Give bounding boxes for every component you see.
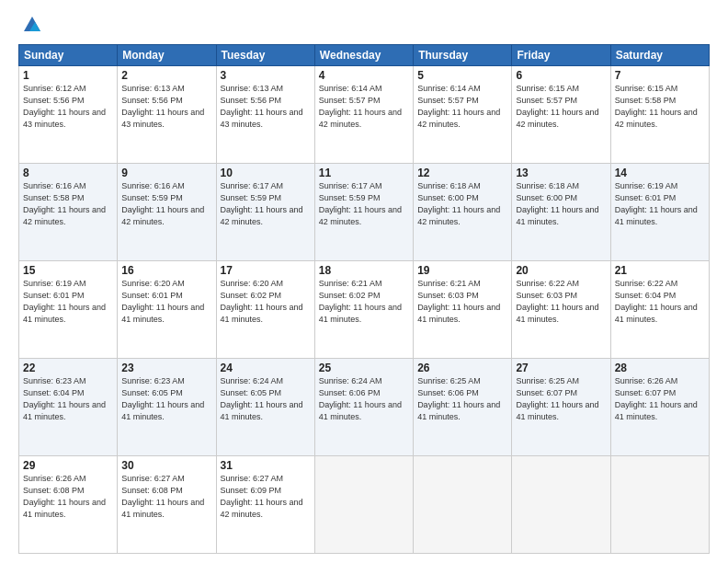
day-info: Sunrise: 6:21 AMSunset: 6:02 PMDaylight:…: [319, 278, 409, 326]
day-number: 3: [221, 69, 311, 82]
day-info: Sunrise: 6:14 AMSunset: 5:57 PMDaylight:…: [417, 83, 507, 131]
calendar-cell: 5Sunrise: 6:14 AMSunset: 5:57 PMDaylight…: [414, 66, 512, 164]
calendar-cell: 11Sunrise: 6:17 AMSunset: 5:59 PMDayligh…: [314, 164, 413, 261]
logo-icon: [22, 15, 42, 35]
day-info: Sunrise: 6:15 AMSunset: 5:57 PMDaylight:…: [516, 83, 606, 131]
calendar-cell: 18Sunrise: 6:21 AMSunset: 6:02 PMDayligh…: [314, 261, 413, 359]
calendar-cell: 27Sunrise: 6:25 AMSunset: 6:07 PMDayligh…: [512, 359, 610, 456]
day-number: 4: [319, 69, 409, 82]
day-info: Sunrise: 6:18 AMSunset: 6:00 PMDaylight:…: [417, 180, 507, 228]
day-number: 26: [417, 362, 507, 374]
day-info: Sunrise: 6:24 AMSunset: 6:06 PMDaylight:…: [319, 375, 409, 423]
calendar-cell: 7Sunrise: 6:15 AMSunset: 5:58 PMDaylight…: [610, 66, 709, 164]
calendar-cell: 30Sunrise: 6:27 AMSunset: 6:08 PMDayligh…: [118, 456, 216, 554]
day-number: 11: [319, 167, 409, 179]
day-number: 24: [221, 362, 311, 374]
day-info: Sunrise: 6:21 AMSunset: 6:03 PMDaylight:…: [417, 278, 507, 326]
day-number: 31: [221, 459, 311, 472]
day-number: 15: [23, 264, 113, 277]
day-info: Sunrise: 6:26 AMSunset: 6:08 PMDaylight:…: [23, 473, 113, 521]
calendar-cell: 25Sunrise: 6:24 AMSunset: 6:06 PMDayligh…: [314, 359, 413, 456]
calendar-cell: 24Sunrise: 6:24 AMSunset: 6:05 PMDayligh…: [216, 359, 314, 456]
page: Sunday Monday Tuesday Wednesday Thursday…: [0, 0, 728, 563]
calendar-cell: 22Sunrise: 6:23 AMSunset: 6:04 PMDayligh…: [19, 359, 118, 456]
col-thursday: Thursday: [414, 45, 512, 66]
day-number: 13: [516, 167, 606, 179]
day-number: 2: [121, 69, 211, 82]
day-number: 17: [221, 264, 311, 277]
day-info: Sunrise: 6:26 AMSunset: 6:07 PMDaylight:…: [615, 375, 705, 423]
day-info: Sunrise: 6:14 AMSunset: 5:57 PMDaylight:…: [319, 83, 409, 131]
day-info: Sunrise: 6:20 AMSunset: 6:02 PMDaylight:…: [221, 278, 311, 326]
calendar-cell: 19Sunrise: 6:21 AMSunset: 6:03 PMDayligh…: [414, 261, 512, 359]
calendar-cell: [610, 456, 709, 554]
day-number: 28: [615, 362, 705, 374]
calendar-cell: 23Sunrise: 6:23 AMSunset: 6:05 PMDayligh…: [118, 359, 216, 456]
day-info: Sunrise: 6:22 AMSunset: 6:04 PMDaylight:…: [615, 278, 705, 326]
day-info: Sunrise: 6:15 AMSunset: 5:58 PMDaylight:…: [615, 83, 705, 131]
day-info: Sunrise: 6:18 AMSunset: 6:00 PMDaylight:…: [516, 180, 606, 228]
day-number: 5: [417, 69, 507, 82]
logo: [18, 15, 44, 35]
calendar-cell: 12Sunrise: 6:18 AMSunset: 6:00 PMDayligh…: [414, 164, 512, 261]
calendar-cell: [414, 456, 512, 554]
calendar-cell: 17Sunrise: 6:20 AMSunset: 6:02 PMDayligh…: [216, 261, 314, 359]
day-number: 9: [121, 167, 211, 179]
day-info: Sunrise: 6:13 AMSunset: 5:56 PMDaylight:…: [121, 83, 211, 131]
col-sunday: Sunday: [19, 45, 118, 66]
header: [18, 15, 710, 35]
calendar-cell: 31Sunrise: 6:27 AMSunset: 6:09 PMDayligh…: [216, 456, 314, 554]
day-number: 10: [221, 167, 311, 179]
calendar-cell: 1Sunrise: 6:12 AMSunset: 5:56 PMDaylight…: [19, 66, 118, 164]
week-row-1: 1Sunrise: 6:12 AMSunset: 5:56 PMDaylight…: [19, 66, 710, 164]
day-info: Sunrise: 6:13 AMSunset: 5:56 PMDaylight:…: [221, 83, 311, 131]
day-info: Sunrise: 6:22 AMSunset: 6:03 PMDaylight:…: [516, 278, 606, 326]
calendar-cell: 8Sunrise: 6:16 AMSunset: 5:58 PMDaylight…: [19, 164, 118, 261]
day-number: 29: [23, 459, 113, 472]
calendar-cell: 3Sunrise: 6:13 AMSunset: 5:56 PMDaylight…: [216, 66, 314, 164]
day-number: 12: [417, 167, 507, 179]
col-saturday: Saturday: [610, 45, 709, 66]
day-info: Sunrise: 6:20 AMSunset: 6:01 PMDaylight:…: [121, 278, 211, 326]
day-number: 8: [23, 167, 113, 179]
day-number: 21: [615, 264, 705, 277]
week-row-4: 22Sunrise: 6:23 AMSunset: 6:04 PMDayligh…: [19, 359, 710, 456]
calendar-cell: 9Sunrise: 6:16 AMSunset: 5:59 PMDaylight…: [118, 164, 216, 261]
calendar-cell: 4Sunrise: 6:14 AMSunset: 5:57 PMDaylight…: [314, 66, 413, 164]
day-info: Sunrise: 6:17 AMSunset: 5:59 PMDaylight:…: [319, 180, 409, 228]
col-monday: Monday: [118, 45, 216, 66]
col-tuesday: Tuesday: [216, 45, 314, 66]
day-info: Sunrise: 6:24 AMSunset: 6:05 PMDaylight:…: [221, 375, 311, 423]
header-row: Sunday Monday Tuesday Wednesday Thursday…: [19, 45, 710, 66]
week-row-2: 8Sunrise: 6:16 AMSunset: 5:58 PMDaylight…: [19, 164, 710, 261]
day-info: Sunrise: 6:27 AMSunset: 6:08 PMDaylight:…: [121, 473, 211, 521]
col-wednesday: Wednesday: [314, 45, 413, 66]
day-number: 14: [615, 167, 705, 179]
day-number: 18: [319, 264, 409, 277]
calendar-cell: 16Sunrise: 6:20 AMSunset: 6:01 PMDayligh…: [118, 261, 216, 359]
week-row-5: 29Sunrise: 6:26 AMSunset: 6:08 PMDayligh…: [19, 456, 710, 554]
day-number: 19: [417, 264, 507, 277]
calendar-table: Sunday Monday Tuesday Wednesday Thursday…: [18, 44, 710, 554]
day-number: 1: [23, 69, 113, 82]
calendar-cell: 10Sunrise: 6:17 AMSunset: 5:59 PMDayligh…: [216, 164, 314, 261]
calendar-cell: 15Sunrise: 6:19 AMSunset: 6:01 PMDayligh…: [19, 261, 118, 359]
day-info: Sunrise: 6:19 AMSunset: 6:01 PMDaylight:…: [23, 278, 113, 326]
calendar-cell: 21Sunrise: 6:22 AMSunset: 6:04 PMDayligh…: [610, 261, 709, 359]
day-number: 30: [121, 459, 211, 472]
calendar-cell: [512, 456, 610, 554]
calendar-cell: 20Sunrise: 6:22 AMSunset: 6:03 PMDayligh…: [512, 261, 610, 359]
col-friday: Friday: [512, 45, 610, 66]
day-number: 25: [319, 362, 409, 374]
day-info: Sunrise: 6:23 AMSunset: 6:05 PMDaylight:…: [121, 375, 211, 423]
day-number: 20: [516, 264, 606, 277]
week-row-3: 15Sunrise: 6:19 AMSunset: 6:01 PMDayligh…: [19, 261, 710, 359]
calendar-cell: 2Sunrise: 6:13 AMSunset: 5:56 PMDaylight…: [118, 66, 216, 164]
day-number: 23: [121, 362, 211, 374]
day-info: Sunrise: 6:16 AMSunset: 5:59 PMDaylight:…: [121, 180, 211, 228]
calendar-cell: 13Sunrise: 6:18 AMSunset: 6:00 PMDayligh…: [512, 164, 610, 261]
calendar-cell: 28Sunrise: 6:26 AMSunset: 6:07 PMDayligh…: [610, 359, 709, 456]
day-info: Sunrise: 6:12 AMSunset: 5:56 PMDaylight:…: [23, 83, 113, 131]
day-number: 16: [121, 264, 211, 277]
day-info: Sunrise: 6:27 AMSunset: 6:09 PMDaylight:…: [221, 473, 311, 521]
